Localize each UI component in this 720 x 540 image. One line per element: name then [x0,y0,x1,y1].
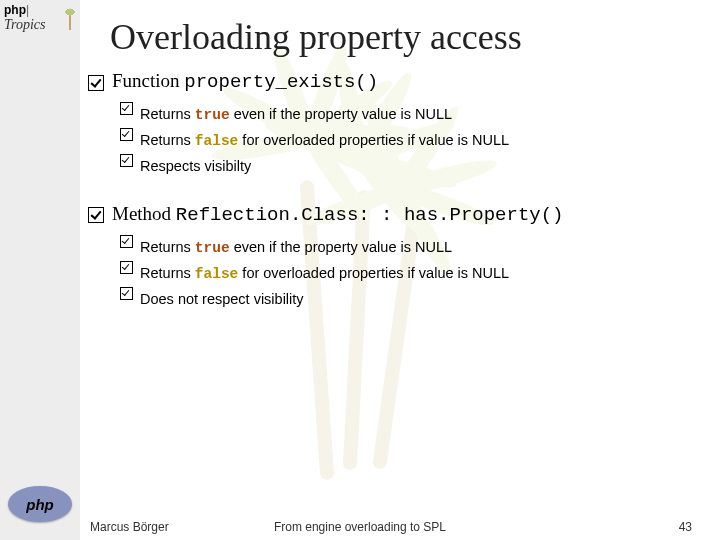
list-item: Returns true even if the property value … [120,236,708,260]
section: Method Reflection.Class: : has.Property(… [88,203,708,312]
keyword: false [195,133,239,149]
checkbox-icon [88,75,104,91]
text-pre: Does not respect visibility [140,291,304,307]
brand-php: php [4,3,26,17]
list-item: Returns true even if the property value … [120,103,708,127]
brand-block: php| Tropics [4,4,46,33]
list-item: Does not respect visibility [120,288,708,311]
sidebar [0,0,80,540]
list-item-text: Respects visibilty [140,155,251,178]
keyword: true [195,107,230,123]
list-item: Returns false for overloaded properties … [120,129,708,153]
section-heading: Function property_exists() [88,70,708,93]
list-item: Respects visibilty [120,155,708,178]
checkbox-icon [120,154,133,167]
heading-code: property_exists() [184,71,378,93]
list-item-text: Returns false for overloaded properties … [140,129,509,153]
list-item-text: Does not respect visibility [140,288,304,311]
keyword: true [195,240,230,256]
heading-code: Reflection.Class: : has.Property() [176,204,564,226]
text-pre: Respects visibilty [140,158,251,174]
checkbox-icon [120,102,133,115]
text-pre: Returns [140,106,195,122]
sub-list: Returns true even if the property value … [120,236,708,312]
keyword: false [195,266,239,282]
list-item-text: Returns true even if the property value … [140,103,452,127]
checkbox-icon [120,128,133,141]
brand-sub: Tropics [4,17,46,32]
slide-title: Overloading property access [110,16,522,58]
heading-prefix: Method [112,203,176,224]
text-pre: Returns [140,239,195,255]
checkbox-icon [120,287,133,300]
checkbox-icon [88,207,104,223]
php-logo: php [8,486,72,522]
heading-prefix: Function [112,70,184,91]
section: Function property_exists()Returns true e… [88,70,708,179]
text-post: even if the property value is NULL [230,106,452,122]
text-post: even if the property value is NULL [230,239,452,255]
footer-title: From engine overloading to SPL [0,520,720,534]
text-post: for overloaded properties if value is NU… [238,265,509,281]
content-area: Function property_exists()Returns true e… [88,70,708,335]
brand-bar: | [26,3,29,17]
text-pre: Returns [140,265,195,281]
checkbox-icon [120,261,133,274]
palm-small-icon [60,6,80,32]
text-post: for overloaded properties if value is NU… [238,132,509,148]
text-pre: Returns [140,132,195,148]
list-item-text: Returns true even if the property value … [140,236,452,260]
list-item-text: Returns false for overloaded properties … [140,262,509,286]
section-heading: Method Reflection.Class: : has.Property(… [88,203,708,226]
checkbox-icon [120,235,133,248]
php-logo-text: php [26,496,54,513]
list-item: Returns false for overloaded properties … [120,262,708,286]
footer: Marcus Börger From engine overloading to… [0,520,720,534]
sub-list: Returns true even if the property value … [120,103,708,179]
slide: php| Tropics php Overloading property ac… [0,0,720,540]
